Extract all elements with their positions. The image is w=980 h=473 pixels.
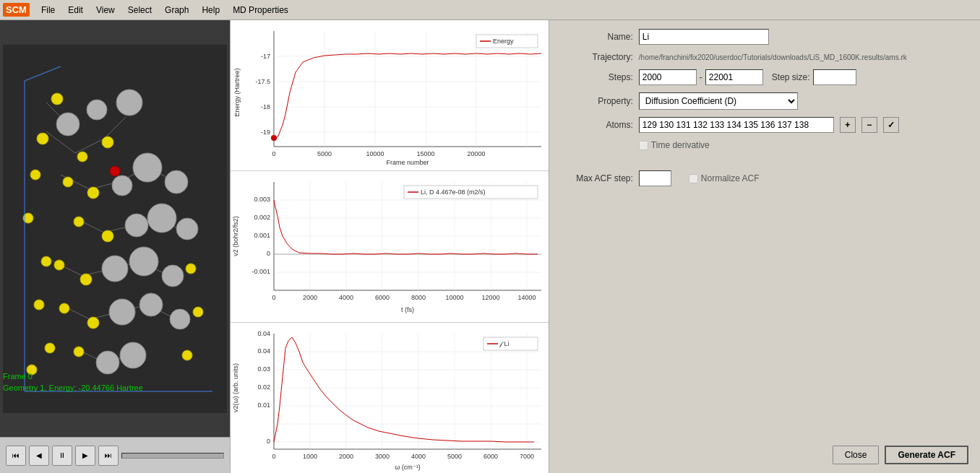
frame-number: Frame 0 [3, 371, 143, 382]
svg-text:0.02: 0.02 [257, 383, 270, 391]
svg-point-57 [193, 307, 203, 317]
svg-point-33 [129, 247, 158, 276]
svg-point-50 [59, 303, 69, 313]
max-acf-input[interactable] [639, 170, 671, 186]
svg-text:8000: 8000 [411, 294, 426, 301]
svg-text:Frame number: Frame number [386, 159, 429, 166]
time-derivative-checkbox[interactable] [639, 141, 648, 150]
menu-graph[interactable]: Graph [159, 3, 194, 17]
svg-text:0.003: 0.003 [254, 196, 270, 203]
svg-point-88 [271, 135, 277, 141]
svg-text:-19: -19 [261, 129, 270, 136]
step-size-label: Step size: [772, 72, 810, 82]
svg-text:7000: 7000 [520, 453, 534, 460]
btn-start[interactable]: ⏮ [6, 446, 26, 466]
menu-edit[interactable]: Edit [62, 3, 89, 17]
svg-point-44 [63, 177, 73, 187]
svg-text:ω (cm⁻¹): ω (cm⁻¹) [395, 464, 421, 471]
svg-text:v2 (bohr2/fs2): v2 (bohr2/fs2) [232, 217, 239, 257]
svg-text:0.04: 0.04 [257, 330, 270, 337]
molecule-viewer-panel: Frame 0 Geometry 1, Energy: -20.44766 Ha… [0, 20, 230, 473]
properties-panel: Name: Trajectory: /home/franchini/fix202… [549, 20, 980, 473]
playback-slider[interactable] [121, 453, 224, 459]
svg-text:5000: 5000 [317, 150, 332, 157]
svg-text:0.01: 0.01 [257, 402, 270, 409]
steps-row: Steps: - Step size: [561, 69, 968, 85]
svg-text:6000: 6000 [483, 453, 498, 460]
svg-point-46 [74, 217, 84, 227]
svg-point-38 [120, 342, 146, 368]
property-label: Property: [561, 96, 633, 106]
property-row: Property: Diffusion Coefficient (D) [561, 92, 968, 110]
menu-help[interactable]: Help [196, 3, 225, 17]
svg-text:4000: 4000 [411, 453, 426, 460]
remove-atom-btn[interactable]: − [861, 117, 877, 133]
geometry-energy: Geometry 1, Energy: -20.44766 Hartree [3, 383, 143, 394]
name-input[interactable] [639, 29, 769, 45]
check-atom-btn[interactable]: ✓ [883, 117, 899, 133]
svg-point-24 [87, 100, 107, 120]
svg-point-49 [80, 274, 92, 285]
menu-md-properties[interactable]: MD Properties [227, 3, 294, 17]
svg-text:-17.5: -17.5 [255, 78, 270, 85]
svg-text:0: 0 [272, 150, 275, 157]
svg-point-52 [74, 347, 84, 357]
svg-text:1000: 1000 [303, 453, 317, 460]
frame-info: Frame 0 Geometry 1, Energy: -20.44766 Ha… [3, 371, 143, 394]
btn-prev[interactable]: ◀ [29, 446, 49, 466]
svg-point-60 [30, 170, 40, 180]
svg-point-37 [170, 309, 190, 329]
spectrum-graph: 0.04 0.04 0.03 0.02 0.01 0 0 1000 2000 3… [231, 323, 549, 473]
svg-point-51 [87, 317, 99, 329]
menu-view[interactable]: View [90, 3, 121, 17]
svg-text:4000: 4000 [339, 294, 353, 301]
steps-from-input[interactable] [639, 69, 697, 85]
svg-text:0: 0 [267, 250, 270, 257]
svg-text:0: 0 [272, 294, 275, 301]
spectrum-svg: 0.04 0.04 0.03 0.02 0.01 0 0 1000 2000 3… [231, 323, 549, 473]
steps-dash: - [700, 72, 702, 82]
svg-point-27 [165, 170, 188, 194]
menu-bar: SCM File Edit View Select Graph Help MD … [0, 0, 980, 20]
trajectory-row: Trajectory: /home/franchini/fix2020/user… [561, 52, 968, 62]
svg-text:0.001: 0.001 [254, 232, 270, 239]
normalize-acf-checkbox[interactable] [689, 174, 698, 183]
logo-box: SCM [3, 3, 30, 17]
svg-text:6000: 6000 [375, 294, 390, 301]
time-derivative-row: Time derivative [561, 140, 968, 150]
normalize-acf-row: Normalize ACF [689, 173, 760, 183]
menu-select[interactable]: Select [122, 3, 158, 17]
steps-to-input[interactable] [705, 69, 763, 85]
svg-text:14000: 14000 [517, 294, 536, 301]
btn-end[interactable]: ⏭ [98, 446, 119, 466]
close-button[interactable]: Close [833, 446, 880, 464]
step-size-input[interactable] [813, 69, 856, 85]
property-select-group: Diffusion Coefficient (D) [639, 92, 798, 110]
btn-next[interactable]: ▶ [75, 446, 95, 466]
svg-text:0: 0 [272, 453, 275, 460]
generate-acf-button[interactable]: Generate ACF [885, 446, 968, 464]
svg-text:0.04: 0.04 [257, 347, 270, 355]
menu-file[interactable]: File [35, 3, 61, 17]
svg-point-32 [102, 256, 128, 282]
svg-text:5000: 5000 [447, 453, 462, 460]
atoms-input[interactable] [639, 117, 834, 133]
property-select[interactable]: Diffusion Coefficient (D) [639, 92, 798, 110]
svg-point-31 [125, 214, 148, 237]
name-row: Name: [561, 29, 968, 45]
svg-text:Energy (Hartree): Energy (Hartree) [233, 68, 241, 116]
svg-point-39 [96, 351, 119, 374]
time-derivative-label: Time derivative [651, 140, 710, 150]
flex-spacer [561, 194, 968, 433]
scm-logo: SCM [3, 3, 30, 17]
trajectory-label: Trajectory: [561, 52, 633, 62]
molecule-view: Frame 0 Geometry 1, Energy: -20.44766 Ha… [0, 20, 230, 437]
svg-point-26 [133, 153, 162, 182]
svg-point-45 [87, 187, 99, 199]
max-acf-label: Max ACF step: [561, 173, 633, 183]
add-atom-btn[interactable]: + [840, 117, 856, 133]
btn-pause[interactable]: ⏸ [52, 446, 72, 466]
time-derivative-checkbox-row: Time derivative [639, 140, 710, 150]
vacf-graph: 0.003 0.002 0.001 0 -0.001 0 2000 4000 6… [231, 171, 549, 322]
svg-point-42 [77, 152, 87, 162]
